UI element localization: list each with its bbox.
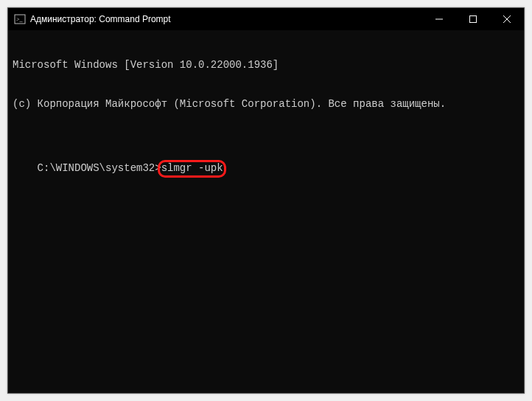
terminal-output-line: Microsoft Windows [Version 10.0.22000.19…: [13, 59, 519, 72]
terminal-blank-line: [13, 136, 519, 150]
prompt-path: C:\WINDOWS\system32>: [38, 162, 161, 174]
command-prompt-window: >_ Администратор: Command Prompt Microso…: [7, 7, 525, 394]
minimize-button[interactable]: [422, 8, 456, 30]
highlighted-command-wrapper: slmgr -upk: [161, 162, 223, 175]
maximize-button[interactable]: [456, 8, 490, 30]
window-title: Администратор: Command Prompt: [30, 14, 171, 24]
titlebar[interactable]: >_ Администратор: Command Prompt: [8, 8, 524, 30]
terminal-area[interactable]: Microsoft Windows [Version 10.0.22000.19…: [8, 30, 524, 393]
cmd-icon: >_: [14, 13, 26, 25]
terminal-output-line: (c) Корпорация Майкрософт (Microsoft Cor…: [13, 98, 519, 111]
typed-command: slmgr -upk: [161, 162, 223, 174]
titlebar-left: >_ Администратор: Command Prompt: [8, 13, 422, 25]
svg-rect-2: [470, 16, 477, 23]
window-controls: [422, 8, 524, 30]
close-button[interactable]: [490, 8, 524, 30]
svg-text:>_: >_: [16, 16, 24, 23]
